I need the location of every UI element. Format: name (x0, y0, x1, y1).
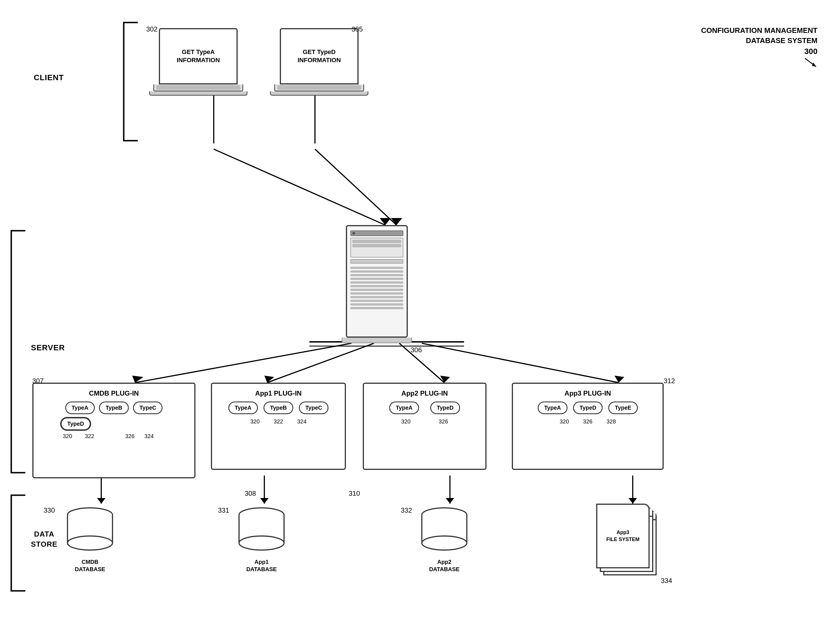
svg-line-0 (214, 149, 385, 225)
server-label: SERVER (31, 343, 65, 352)
cmdb-types-row1: TypeA TypeB TypeC (38, 402, 190, 414)
cmdb-db-svg (65, 506, 115, 557)
svg-marker-11 (614, 376, 624, 383)
ref-307: 307 (32, 377, 44, 385)
app2-plugin-title: App2 PLUG-IN (368, 389, 481, 397)
tower-slot-1 (351, 231, 403, 236)
ref-305: 305 (352, 25, 363, 33)
laptop-2: GET TypeD INFORMATION (270, 28, 368, 96)
cmdb-type-refs: 320 322 326 324 (38, 433, 190, 440)
cmdb-plugin-title: CMDB PLUG-IN (38, 389, 190, 397)
ref-330: 330 (44, 506, 55, 514)
tower-vents (351, 267, 403, 332)
tower-body (346, 225, 408, 338)
app1-typeA: TypeA (228, 402, 258, 414)
app2-database: App2 DATABASE (419, 506, 470, 573)
app3-typeA: TypeA (538, 402, 567, 414)
svg-point-32 (68, 536, 112, 550)
svg-marker-1 (380, 218, 391, 225)
svg-point-37 (239, 536, 284, 550)
cmdb-typeB: TypeB (99, 402, 129, 414)
laptop-1: GET TypeA INFORMATION (149, 28, 248, 96)
app3-typeD: TypeD (573, 402, 603, 414)
app2-db-svg (419, 506, 470, 557)
app1-plugin-box: App1 PLUG-IN TypeA TypeB TypeC 320 322 3… (211, 383, 346, 470)
svg-point-42 (422, 536, 467, 550)
laptop2-keyboard (274, 84, 364, 92)
ref-331: 331 (218, 506, 229, 514)
app2-plugin-box: App2 PLUG-IN TypeA TypeD 320 326 (363, 383, 486, 470)
ref-306: 306 (411, 346, 422, 354)
ref-310: 310 (349, 490, 360, 497)
cmdb-types-row2: TypeD (60, 417, 190, 431)
laptop1-base (149, 92, 248, 96)
app3-typeE: TypeE (608, 402, 638, 414)
diagram-container: CONFIGURATION MANAGEMENTDATABASE SYSTEM … (0, 0, 840, 628)
svg-line-6 (267, 343, 374, 383)
tower-slot-drive (351, 238, 403, 258)
app2-type-refs: 320 326 (368, 418, 481, 425)
ref-332: 332 (401, 506, 412, 514)
svg-line-10 (422, 343, 619, 383)
laptop1-keyboard (153, 84, 243, 92)
cmdb-typeD: TypeD (60, 417, 91, 431)
file-pages-stack: App3FILE SYSTEM (596, 504, 658, 577)
cmdb-db-label: CMDB DATABASE (65, 558, 115, 573)
laptop2-screen: GET TypeD INFORMATION (280, 28, 358, 84)
client-label: CLIENT (34, 73, 64, 82)
app3-types: TypeA TypeD TypeE (517, 402, 658, 414)
svg-marker-19 (446, 498, 454, 504)
app2-db-label: App2 DATABASE (419, 558, 470, 573)
svg-marker-3 (391, 218, 402, 225)
app1-db-svg (236, 506, 287, 557)
svg-line-4 (135, 343, 352, 383)
laptop1-screen: GET TypeA INFORMATION (159, 28, 238, 84)
laptop2-base (270, 92, 368, 96)
system-title: CONFIGURATION MANAGEMENTDATABASE SYSTEM … (701, 25, 818, 71)
file-page-front: App3FILE SYSTEM (596, 504, 650, 568)
app1-db-label: App1 DATABASE (236, 558, 287, 573)
laptop1-text: GET TypeA INFORMATION (177, 48, 220, 64)
svg-marker-9 (440, 376, 450, 383)
tower-base (342, 338, 412, 343)
app1-database: App1 DATABASE (236, 506, 287, 573)
app3-filesystem: App3FILE SYSTEM (596, 504, 658, 577)
cmdb-typeC: TypeC (133, 402, 163, 414)
svg-line-2 (315, 149, 396, 225)
app3-type-refs: 320 326 328 (517, 418, 658, 425)
ref-312: 312 (664, 377, 675, 385)
svg-marker-15 (97, 498, 106, 504)
app1-plugin-title: App1 PLUG-IN (216, 389, 341, 397)
app2-typeD: TypeD (430, 402, 460, 414)
app2-types: TypeA TypeD (368, 402, 481, 414)
app1-typeB: TypeB (264, 402, 293, 414)
ref-308: 308 (245, 490, 256, 497)
ref-334: 334 (661, 577, 672, 585)
laptop2-text: GET TypeD INFORMATION (297, 48, 341, 64)
app1-types: TypeA TypeB TypeC (216, 402, 341, 414)
cmdb-plugin-box: CMDB PLUG-IN TypeA TypeB TypeC TypeD 320… (32, 383, 196, 478)
app2-typeA: TypeA (389, 402, 419, 414)
app1-type-refs: 320 322 324 (216, 418, 341, 425)
server-tower (346, 225, 412, 343)
cmdb-typeA: TypeA (65, 402, 95, 414)
cmdb-database: CMDB DATABASE (65, 506, 115, 573)
ref-302: 302 (146, 25, 158, 33)
svg-marker-27 (812, 62, 816, 67)
svg-marker-17 (260, 498, 268, 504)
svg-marker-5 (132, 376, 144, 383)
app3-plugin-title: App3 PLUG-IN (517, 389, 658, 397)
svg-marker-21 (628, 498, 637, 504)
app3-plugin-box: App3 PLUG-IN TypeA TypeD TypeE 320 326 3… (512, 383, 664, 470)
app1-typeC: TypeC (299, 402, 329, 414)
tower-vent-1 (351, 259, 403, 264)
data-store-label: DATASTORE (31, 529, 57, 549)
svg-marker-7 (264, 376, 274, 383)
